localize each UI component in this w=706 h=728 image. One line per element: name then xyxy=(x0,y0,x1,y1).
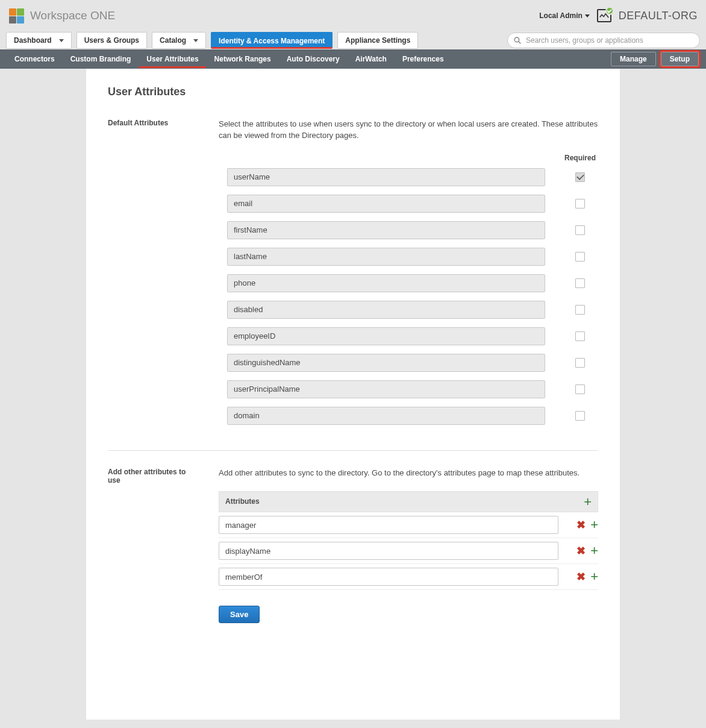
nav-tab-users-groups[interactable]: Users & Groups xyxy=(77,32,147,49)
subnav-item-user-attributes[interactable]: User Attributes xyxy=(139,50,205,68)
nav-tab-appliance-settings[interactable]: Appliance Settings xyxy=(337,32,418,49)
sub-nav: ConnectorsCustom BrandingUser Attributes… xyxy=(0,49,706,69)
attribute-name-field: phone xyxy=(227,274,545,292)
nav-tab-label: Identity & Access Management xyxy=(219,37,325,45)
required-checkbox[interactable] xyxy=(575,358,585,368)
user-menu[interactable]: Local Admin xyxy=(539,11,590,20)
required-checkbox[interactable] xyxy=(575,305,585,315)
required-checkbox[interactable] xyxy=(575,331,585,341)
add-attribute-icon[interactable]: + xyxy=(590,519,598,530)
svg-line-1 xyxy=(519,42,520,43)
default-attribute-row: userPrincipalName xyxy=(227,380,598,398)
user-menu-label: Local Admin xyxy=(539,11,583,20)
custom-attribute-input[interactable] xyxy=(219,542,558,560)
subnav-item-preferences[interactable]: Preferences xyxy=(395,50,451,68)
default-attribute-row: phone xyxy=(227,274,598,292)
setup-button[interactable]: Setup xyxy=(661,52,699,66)
attribute-name-field: userPrincipalName xyxy=(227,380,545,398)
caret-down-icon xyxy=(193,39,198,42)
attribute-name-field: distinguishedName xyxy=(227,354,545,372)
page-card: User Attributes Default Attributes Selec… xyxy=(86,69,620,720)
section-default-attributes: Default Attributes Select the attributes… xyxy=(108,119,598,450)
top-bar: Workspace ONE Local Admin DEFAULT-ORG xyxy=(0,0,706,31)
attribute-name-field: lastName xyxy=(227,248,545,266)
nav-tab-dashboard[interactable]: Dashboard xyxy=(6,32,72,49)
add-attribute-icon[interactable]: + xyxy=(584,497,592,507)
required-checkbox[interactable] xyxy=(575,225,585,235)
attribute-name-field: disabled xyxy=(227,301,545,319)
manage-button[interactable]: Manage xyxy=(611,52,656,66)
custom-attribute-input[interactable] xyxy=(219,516,558,534)
app-logo xyxy=(8,8,24,24)
custom-attr-table-header: Attributes + xyxy=(219,491,598,513)
section-description: Select the attributes to use when users … xyxy=(219,119,598,142)
default-attribute-row: employeeID xyxy=(227,327,598,345)
remove-attribute-icon[interactable]: ✖ xyxy=(576,519,586,530)
subnav-item-connectors[interactable]: Connectors xyxy=(7,50,62,68)
required-checkbox[interactable] xyxy=(575,252,585,262)
attribute-name-field: employeeID xyxy=(227,327,545,345)
search-input[interactable] xyxy=(525,36,693,45)
default-attribute-row: disabled xyxy=(227,301,598,319)
default-attribute-row: email xyxy=(227,195,598,213)
remove-attribute-icon[interactable]: ✖ xyxy=(576,545,586,556)
required-column-header: Required xyxy=(562,154,598,162)
attribute-name-field: userName xyxy=(227,168,545,186)
add-attribute-icon[interactable]: + xyxy=(590,571,598,582)
caret-down-icon xyxy=(585,14,590,17)
section-custom-attributes: Add other attributes to use Add other at… xyxy=(108,450,598,640)
nav-tab-label: Appliance Settings xyxy=(345,36,410,45)
default-attribute-row: domain xyxy=(227,407,598,425)
nav-tab-identity-access-management[interactable]: Identity & Access Management xyxy=(211,32,333,49)
custom-attribute-row: ✖+ xyxy=(219,538,598,564)
nav-tab-label: Catalog xyxy=(160,36,186,45)
custom-attr-header-label: Attributes xyxy=(225,497,260,506)
subnav-item-airwatch[interactable]: AirWatch xyxy=(348,50,394,68)
custom-attribute-row: ✖+ xyxy=(219,564,598,590)
status-ok-badge-icon xyxy=(605,7,614,15)
org-name: DEFAULT-ORG xyxy=(619,10,698,22)
save-button[interactable]: Save xyxy=(219,606,260,623)
custom-attribute-input[interactable] xyxy=(219,568,558,586)
svg-point-0 xyxy=(514,37,519,42)
caret-down-icon xyxy=(59,39,64,42)
app-title: Workspace ONE xyxy=(30,9,115,22)
attr-table-header: Required xyxy=(227,154,598,162)
main-nav: DashboardUsers & GroupsCatalogIdentity &… xyxy=(0,31,706,49)
section-label: Default Attributes xyxy=(108,119,198,433)
org-status-icon xyxy=(597,9,611,22)
default-attribute-row: lastName xyxy=(227,248,598,266)
required-checkbox[interactable] xyxy=(575,411,585,421)
subnav-item-custom-branding[interactable]: Custom Branding xyxy=(63,50,139,68)
attribute-name-field: domain xyxy=(227,407,545,425)
required-checkbox xyxy=(575,172,585,182)
subnav-item-network-ranges[interactable]: Network Ranges xyxy=(207,50,278,68)
custom-attribute-row: ✖+ xyxy=(219,512,598,538)
page-title: User Attributes xyxy=(108,86,598,98)
section-description: Add other attributes to sync to the dire… xyxy=(219,468,598,479)
default-attribute-row: distinguishedName xyxy=(227,354,598,372)
nav-tab-catalog[interactable]: Catalog xyxy=(152,32,206,49)
required-checkbox[interactable] xyxy=(575,199,585,209)
attribute-name-field: firstName xyxy=(227,221,545,239)
attribute-name-field: email xyxy=(227,195,545,213)
add-attribute-icon[interactable]: + xyxy=(590,545,598,556)
required-checkbox[interactable] xyxy=(575,278,585,288)
default-attribute-row: userName xyxy=(227,168,598,186)
required-checkbox[interactable] xyxy=(575,384,585,394)
global-search[interactable] xyxy=(507,33,700,48)
search-icon xyxy=(514,37,521,44)
remove-attribute-icon[interactable]: ✖ xyxy=(576,571,586,582)
subnav-item-auto-discovery[interactable]: Auto Discovery xyxy=(280,50,347,68)
nav-tab-label: Users & Groups xyxy=(84,36,139,45)
nav-tab-label: Dashboard xyxy=(14,36,52,45)
section-label: Add other attributes to use xyxy=(108,468,198,623)
default-attribute-row: firstName xyxy=(227,221,598,239)
